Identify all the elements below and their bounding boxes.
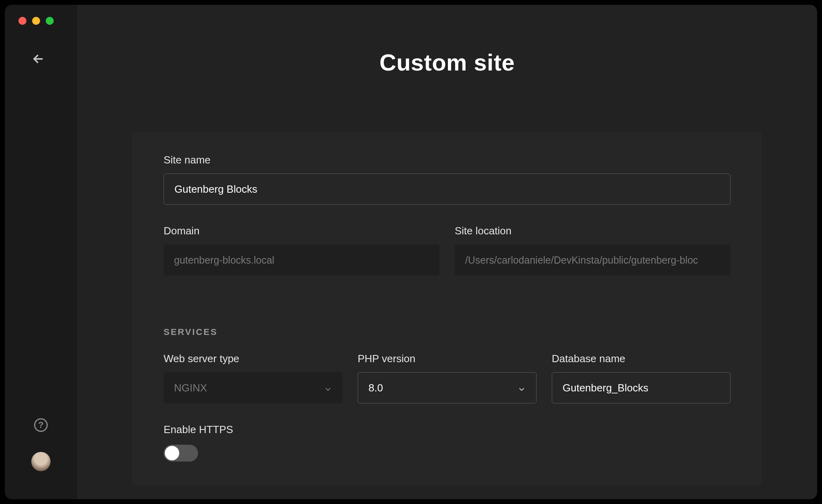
domain-input[interactable] (164, 244, 439, 276)
sidebar: ? (5, 5, 77, 499)
field-site-location: Site location (455, 225, 731, 276)
help-button[interactable]: ? (34, 418, 48, 432)
field-site-name: Site name (164, 154, 731, 205)
site-location-input[interactable] (455, 244, 731, 276)
chevron-down-icon (518, 384, 526, 392)
site-location-label: Site location (455, 225, 731, 237)
arrow-left-icon (32, 52, 44, 68)
window-controls (5, 17, 77, 25)
web-server-label: Web server type (164, 353, 342, 365)
field-web-server: Web server type NGINX (164, 353, 342, 403)
domain-label: Domain (164, 225, 439, 237)
form-panel: Site name Domain Site location SERVICES … (132, 132, 762, 486)
site-name-input[interactable] (164, 173, 731, 205)
app-window: ? Custom site Site name Domain Site loca… (5, 5, 817, 499)
back-button[interactable] (5, 53, 77, 67)
php-version-select[interactable]: 8.0 (358, 372, 537, 403)
php-version-label: PHP version (358, 353, 537, 365)
main-panel: Custom site Site name Domain Site locati… (77, 5, 817, 499)
minimize-window-button[interactable] (32, 17, 40, 25)
web-server-value: NGINX (174, 382, 207, 394)
page-title: Custom site (379, 49, 514, 76)
services-heading: SERVICES (164, 327, 731, 337)
database-name-label: Database name (552, 353, 731, 365)
site-name-label: Site name (164, 154, 731, 166)
maximize-window-button[interactable] (46, 17, 54, 25)
close-window-button[interactable] (18, 17, 26, 25)
php-version-value: 8.0 (368, 382, 383, 394)
field-enable-https: Enable HTTPS (164, 423, 731, 462)
field-domain: Domain (164, 225, 439, 276)
field-php-version: PHP version 8.0 (358, 353, 537, 403)
field-database-name: Database name (552, 353, 731, 403)
avatar[interactable] (31, 452, 51, 471)
enable-https-toggle[interactable] (164, 445, 198, 462)
question-icon: ? (38, 420, 43, 430)
chevron-down-icon (324, 384, 332, 392)
enable-https-label: Enable HTTPS (164, 423, 731, 436)
web-server-select[interactable]: NGINX (164, 372, 342, 403)
toggle-knob (165, 446, 179, 460)
database-name-input[interactable] (552, 372, 731, 403)
